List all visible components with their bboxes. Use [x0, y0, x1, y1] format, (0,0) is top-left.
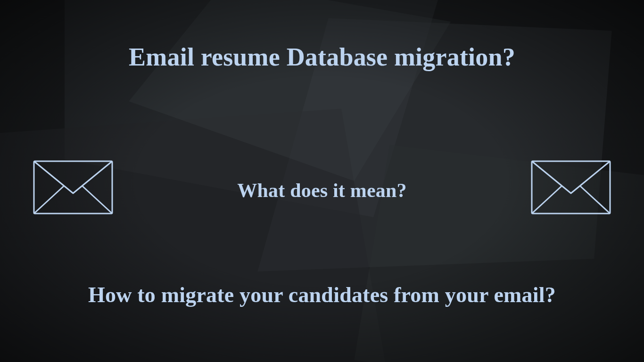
svg-line-4: [532, 186, 561, 214]
slide-content: Email resume Database migration? What do…: [0, 0, 644, 362]
slide-question: How to migrate your candidates from your…: [14, 283, 630, 308]
mail-icon: [531, 160, 611, 214]
svg-line-5: [580, 186, 610, 214]
slide: Email resume Database migration? What do…: [0, 0, 644, 362]
svg-rect-3: [532, 161, 610, 214]
slide-title: Email resume Database migration?: [0, 42, 644, 72]
